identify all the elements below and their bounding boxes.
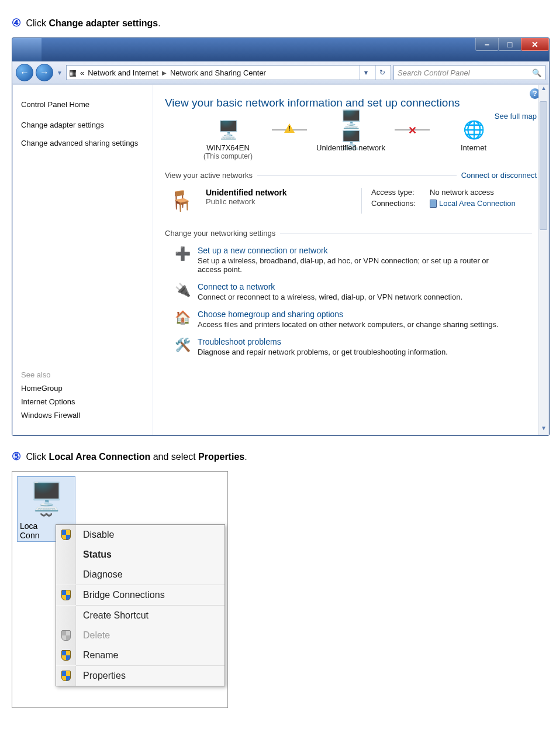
nav-history-dropdown[interactable]: ▼ [56, 70, 64, 76]
menu-bridge-connections[interactable]: Bridge Connections [56, 585, 225, 605]
menu-disable[interactable]: Disable [56, 525, 225, 545]
setup-connection-icon: ➕ [174, 246, 191, 262]
map-line-2: ✕ [395, 129, 430, 130]
map-line-1 [272, 129, 307, 130]
cable-icon: 〰️ [20, 508, 72, 521]
troubleshoot-icon: 🛠️ [174, 337, 191, 353]
back-button[interactable]: ← [16, 64, 33, 81]
search-input[interactable]: Search Control Panel 🔍 [393, 65, 545, 80]
window-client-area: Control Panel Home Change adapter settin… [12, 84, 549, 435]
scrollbar-thumb[interactable] [540, 101, 547, 230]
breadcrumb-chevron: « [80, 68, 84, 77]
troubleshoot-item[interactable]: 🛠️ Troubleshoot problems Diagnose and re… [165, 337, 537, 356]
breadcrumb-network-internet[interactable]: Network and Internet [88, 68, 158, 77]
close-button[interactable]: ✕ [521, 38, 549, 51]
scroll-up-arrow[interactable]: ▲ [539, 85, 548, 95]
setup-connection-item[interactable]: ➕ Set up a new connection or network Set… [165, 246, 537, 274]
warning-icon [284, 123, 295, 133]
computer-icon: 🖥️ [214, 118, 242, 141]
scroll-down-arrow[interactable]: ▼ [539, 425, 548, 435]
menu-rename[interactable]: Rename [56, 645, 225, 665]
shield-icon [61, 630, 71, 641]
change-settings-header: Change your networking settings [165, 229, 537, 238]
network-type: Public network [206, 197, 352, 206]
see-also-label: See also [21, 370, 144, 379]
window-titlebar: – □ ✕ [12, 38, 549, 61]
network-name: Unidentified network [206, 188, 352, 197]
adapter-icon: 🖥️ [20, 480, 72, 512]
connect-disconnect-link[interactable]: Connect or disconnect [461, 171, 537, 180]
this-computer-node: 🖥️ WIN7X64EN (This computer) [184, 118, 272, 160]
control-panel-home-link[interactable]: Control Panel Home [21, 100, 144, 109]
see-also-section: See also HomeGroup Internet Options Wind… [21, 370, 144, 424]
access-type-value: No network access [430, 188, 494, 197]
refresh-button[interactable]: ↻ [375, 66, 388, 80]
internet-options-link[interactable]: Internet Options [21, 397, 144, 406]
globe-icon: 🌐 [460, 118, 488, 141]
park-bench-icon: 🪑 [165, 188, 198, 214]
breadcrumb-network-sharing-center[interactable]: Network and Sharing Center [170, 68, 266, 77]
context-menu-figure: 🖥️ 〰️ Loca Conn Disable Status Diagnose … [12, 471, 228, 708]
maximize-button[interactable]: □ [498, 38, 522, 51]
forward-button[interactable]: → [36, 64, 53, 81]
main-content: ? View your basic network information an… [153, 85, 548, 435]
step-4-number: ④ [12, 17, 21, 29]
homegroup-link[interactable]: HomeGroup [21, 384, 144, 393]
navigation-bar: ← → ▼ ▦ « Network and Internet ▶ Network… [12, 61, 549, 84]
connections-label: Connections: [371, 199, 430, 208]
search-icon: 🔍 [532, 68, 541, 77]
context-menu: Disable Status Diagnose Bridge Connectio… [56, 524, 225, 686]
change-advanced-sharing-link[interactable]: Change advanced sharing settings [21, 139, 144, 147]
address-bar[interactable]: ▦ « Network and Internet ▶ Network and S… [66, 65, 391, 80]
windows-firewall-link[interactable]: Windows Firewall [21, 411, 144, 420]
disconnected-icon: ✕ [408, 124, 417, 137]
breadcrumb-separator: ▶ [162, 70, 167, 76]
unidentified-network-node: 🖥️🖥️ Unidentified network [307, 118, 395, 152]
change-adapter-settings-link[interactable]: Change adapter settings [21, 121, 144, 129]
menu-properties[interactable]: Properties [56, 666, 225, 686]
homegroup-icon: 🏠 [174, 310, 191, 326]
access-type-label: Access type: [371, 188, 430, 197]
shield-icon [61, 650, 71, 661]
step-5-number: ⑤ [12, 451, 21, 462]
vertical-scrollbar[interactable]: ▲ ▼ [538, 85, 548, 435]
active-network-row: 🪑 Unidentified network Public network Ac… [165, 188, 537, 214]
page-title: View your basic network information and … [165, 97, 537, 109]
network-map: 🖥️ WIN7X64EN (This computer) 🖥️🖥️ Uniden… [165, 118, 537, 160]
menu-diagnose[interactable]: Diagnose [56, 565, 225, 585]
address-dropdown-button[interactable]: ▾ [359, 66, 372, 80]
homegroup-sharing-item[interactable]: 🏠 Choose homegroup and sharing options A… [165, 310, 537, 329]
shield-icon [61, 530, 71, 540]
menu-status[interactable]: Status [56, 545, 225, 565]
step-4-instruction: ④ Click Change adapter settings. [12, 16, 544, 29]
local-area-connection-link[interactable]: Local Area Connection [430, 199, 516, 208]
location-icon: ▦ [69, 68, 77, 77]
shield-icon [61, 671, 71, 681]
network-device-icon: 🖥️🖥️ [337, 118, 365, 141]
connect-network-item[interactable]: 🔌 Connect to a network Connect or reconn… [165, 282, 537, 301]
internet-node: 🌐 Internet [430, 118, 517, 152]
menu-create-shortcut[interactable]: Create Shortcut [56, 606, 225, 626]
minimize-button[interactable]: – [475, 38, 499, 51]
connect-network-icon: 🔌 [174, 282, 191, 298]
sidebar: Control Panel Home Change adapter settin… [13, 85, 153, 435]
shield-icon [61, 590, 71, 600]
active-networks-header: View your active networks Connect or dis… [165, 171, 537, 180]
menu-delete: Delete [56, 626, 225, 645]
step-5-instruction: ⑤ Click Local Area Connection and select… [12, 450, 544, 463]
control-panel-window: – □ ✕ ← → ▼ ▦ « Network and Internet ▶ N… [12, 37, 550, 436]
nic-icon [430, 200, 437, 208]
